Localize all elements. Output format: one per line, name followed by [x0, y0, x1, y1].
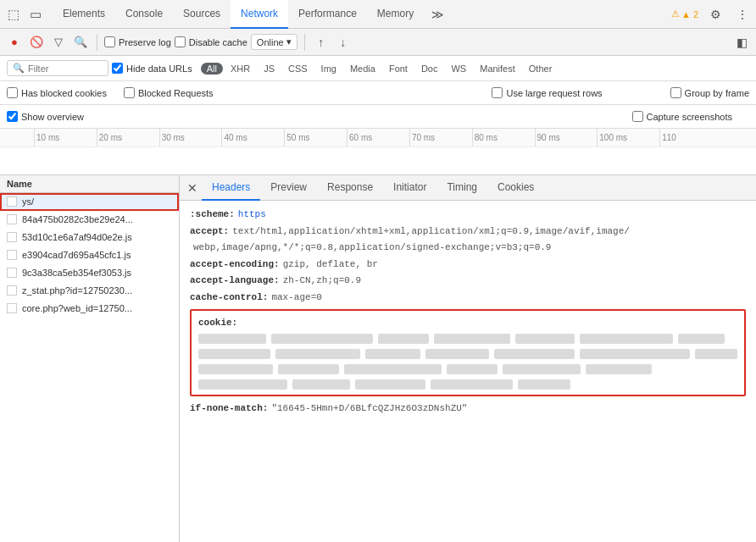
toolbar-right: ◧ [732, 33, 751, 52]
sidebar-toggle-button[interactable]: ◧ [732, 33, 751, 52]
request-list-header: Name [0, 175, 179, 193]
dropdown-arrow: ▾ [286, 36, 292, 47]
upload-button[interactable]: ↑ [312, 33, 331, 52]
filter-icon-small: 🔍 [13, 63, 25, 74]
blocked-requests-label: Blocked Requests [138, 88, 214, 98]
record-button[interactable]: ● [5, 33, 24, 52]
tab-preview[interactable]: Preview [260, 175, 317, 201]
filter-icon[interactable]: ▽ [49, 33, 68, 52]
more-options-icon[interactable]: ⋮ [732, 4, 753, 25]
panel-tabs: ✕ Headers Preview Response Initiator Tim… [180, 175, 756, 201]
cookie-blur-block [275, 349, 360, 359]
chip-js[interactable]: JS [258, 63, 281, 75]
close-panel-button[interactable]: ✕ [183, 179, 202, 197]
cookie-blur-block [365, 349, 420, 359]
request-item-6[interactable]: core.php?web_id=12750... [0, 300, 179, 318]
header-accept-language: accept-language: zh-CN,zh;q=0.9 [190, 274, 746, 289]
chip-font[interactable]: Font [383, 63, 414, 75]
disable-cache-input[interactable] [175, 36, 186, 47]
chip-xhr[interactable]: XHR [225, 63, 256, 75]
request-name-2: 53d10c1e6a7af94d0e2e.js [22, 232, 132, 242]
chip-ws[interactable]: WS [445, 63, 472, 75]
cookie-blur-block [580, 349, 690, 359]
preserve-log-label: Preserve log [119, 37, 171, 47]
warning-triangle: ⚠ [671, 8, 680, 19]
throttling-select[interactable]: Online ▾ [251, 34, 297, 50]
settings-icon[interactable]: ⚙ [705, 4, 725, 25]
cookie-blur-block [580, 334, 673, 344]
accept-name: accept: [190, 224, 229, 240]
more-tabs-icon[interactable]: ≫ [427, 4, 447, 25]
tab-memory[interactable]: Memory [367, 0, 424, 29]
tab-headers[interactable]: Headers [202, 175, 260, 201]
chip-img[interactable]: Img [315, 63, 342, 75]
request-item-4[interactable]: 9c3a38ca5eb354ef3053.js [0, 264, 179, 282]
online-label: Online [257, 37, 284, 47]
large-rows-input[interactable] [492, 87, 503, 98]
tab-initiator[interactable]: Initiator [383, 175, 436, 201]
separator-1 [97, 34, 97, 51]
tab-response[interactable]: Response [317, 175, 383, 201]
cookie-blur-block [434, 334, 510, 344]
blocked-cookies-checkbox[interactable]: Has blocked cookies [7, 87, 107, 98]
hide-data-urls-input[interactable] [112, 63, 123, 74]
inspect-icon[interactable]: ⬚ [3, 4, 24, 25]
blocked-cookies-label: Has blocked cookies [21, 88, 107, 98]
search-icon[interactable]: 🔍 [71, 33, 90, 52]
cookie-blur-block [344, 364, 442, 374]
preserve-log-input[interactable] [104, 36, 115, 47]
cache-control-value: max-age=0 [271, 290, 321, 306]
tab-sources[interactable]: Sources [173, 0, 231, 29]
cookie-blur-block [425, 349, 489, 359]
cookie-blur-block [271, 334, 373, 344]
tick-40ms: 40 ms [221, 129, 284, 147]
tab-timing[interactable]: Timing [436, 175, 487, 201]
tab-console[interactable]: Console [115, 0, 173, 29]
filter-chips: All XHR JS CSS Img Media Font Doc WS Man… [201, 63, 559, 75]
large-rows-checkbox[interactable]: Use large request rows [492, 87, 602, 98]
request-item-ys[interactable]: ys/ [0, 193, 179, 211]
tab-elements[interactable]: Elements [53, 0, 115, 29]
capture-screenshots-input[interactable] [632, 111, 643, 122]
device-icon[interactable]: ▭ [25, 4, 46, 25]
chip-other[interactable]: Other [523, 63, 559, 75]
download-button[interactable]: ↓ [334, 33, 353, 52]
chip-css[interactable]: CSS [282, 63, 314, 75]
group-by-frame-checkbox[interactable]: Group by frame [670, 87, 749, 98]
header-cache-control: cache-control: max-age=0 [190, 290, 746, 306]
clear-button[interactable]: 🚫 [27, 33, 46, 52]
request-item-5[interactable]: z_stat.php?id=12750230... [0, 282, 179, 300]
header-accept-encoding: accept-encoding: gzip, deflate, br [190, 257, 746, 273]
blocked-requests-checkbox[interactable]: Blocked Requests [124, 87, 214, 98]
blocked-requests-input[interactable] [124, 87, 135, 98]
preserve-log-checkbox[interactable]: Preserve log [104, 36, 171, 47]
capture-screenshots-checkbox[interactable]: Capture screenshots [632, 111, 733, 122]
chip-media[interactable]: Media [344, 63, 381, 75]
tab-network[interactable]: Network [231, 0, 288, 29]
disable-cache-checkbox[interactable]: Disable cache [175, 36, 247, 47]
filter-input[interactable] [28, 64, 96, 74]
request-name-4: 9c3a38ca5eb354ef3053.js [22, 268, 131, 278]
cookie-section: cookie: [190, 309, 746, 397]
show-overview-input[interactable] [7, 111, 18, 122]
chip-doc[interactable]: Doc [415, 63, 444, 75]
cookie-blur-block [678, 334, 725, 344]
cookie-blur-block [355, 379, 425, 390]
filter-bar: 🔍 Hide data URLs All XHR JS CSS Img Medi… [0, 56, 756, 81]
tab-performance[interactable]: Performance [288, 0, 367, 29]
chip-manifest[interactable]: Manifest [474, 63, 521, 75]
blocked-cookies-input[interactable] [7, 87, 18, 98]
timeline-graph [0, 147, 756, 174]
hide-data-urls-checkbox[interactable]: Hide data URLs [112, 63, 192, 74]
tab-cookies[interactable]: Cookies [487, 175, 544, 201]
group-by-frame-input[interactable] [670, 87, 681, 98]
request-item-1[interactable]: 84a475b0282c3be29e24... [0, 211, 179, 229]
request-list: Name ys/ 84a475b0282c3be29e24... 53d10c1… [0, 175, 180, 542]
request-item-2[interactable]: 53d10c1e6a7af94d0e2e.js [0, 229, 179, 246]
request-item-3[interactable]: e3904cad7d695a45cfc1.js [0, 246, 179, 264]
show-overview-checkbox[interactable]: Show overview [7, 111, 84, 122]
chip-all[interactable]: All [201, 63, 223, 75]
cookie-blur-block [278, 364, 339, 374]
tick-110ms: 110 [659, 129, 722, 147]
request-file-icon-5 [7, 285, 17, 296]
